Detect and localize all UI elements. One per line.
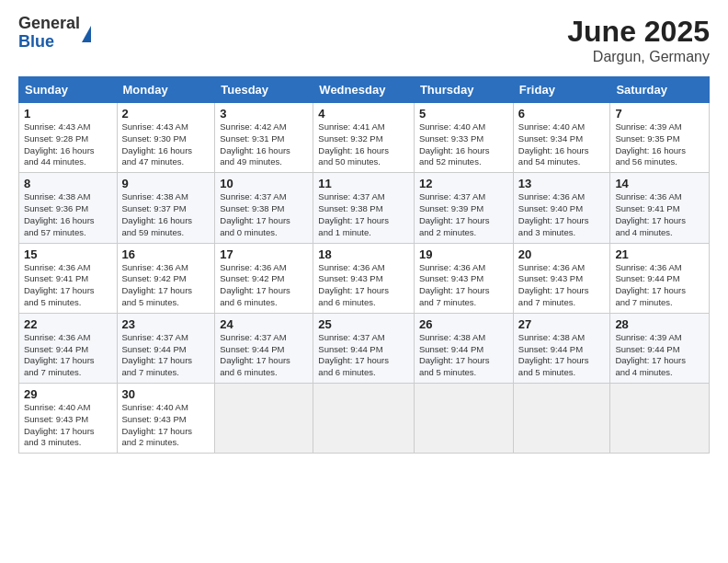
day-info: Sunrise: 4:37 AMSunset: 9:39 PMDaylight:… [419, 191, 508, 238]
table-row: 5Sunrise: 4:40 AMSunset: 9:33 PMDaylight… [414, 103, 513, 173]
table-row: 22Sunrise: 4:36 AMSunset: 9:44 PMDayligh… [19, 313, 118, 383]
calendar-week-row: 29Sunrise: 4:40 AMSunset: 9:43 PMDayligh… [19, 384, 710, 454]
day-number: 10 [220, 177, 308, 190]
table-row: 7Sunrise: 4:39 AMSunset: 9:35 PMDaylight… [610, 103, 710, 173]
day-number: 30 [122, 387, 210, 401]
day-number: 28 [615, 317, 704, 331]
day-number: 11 [318, 177, 409, 190]
col-tuesday: Tuesday [215, 77, 313, 103]
logo-triangle-icon [82, 26, 91, 42]
table-row: 28Sunrise: 4:39 AMSunset: 9:44 PMDayligh… [610, 313, 710, 383]
day-number: 22 [24, 317, 112, 331]
table-row: 16Sunrise: 4:36 AMSunset: 9:42 PMDayligh… [117, 243, 215, 313]
calendar-week-row: 8Sunrise: 4:38 AMSunset: 9:36 PMDaylight… [19, 173, 710, 243]
table-row: 20Sunrise: 4:36 AMSunset: 9:43 PMDayligh… [513, 243, 610, 313]
day-number: 19 [419, 247, 508, 261]
table-row: 14Sunrise: 4:36 AMSunset: 9:41 PMDayligh… [610, 173, 710, 243]
table-row: 30Sunrise: 4:40 AMSunset: 9:43 PMDayligh… [117, 384, 215, 454]
day-number: 4 [318, 107, 409, 121]
day-number: 14 [615, 177, 704, 190]
day-info: Sunrise: 4:36 AMSunset: 9:43 PMDaylight:… [518, 262, 606, 309]
day-info: Sunrise: 4:39 AMSunset: 9:35 PMDaylight:… [615, 121, 704, 168]
day-number: 26 [419, 317, 508, 331]
table-row [513, 384, 610, 454]
day-info: Sunrise: 4:36 AMSunset: 9:42 PMDaylight:… [220, 262, 308, 309]
header: General Blue June 2025 Dargun, Germany [18, 15, 710, 65]
table-row [313, 384, 415, 454]
day-info: Sunrise: 4:37 AMSunset: 9:44 PMDaylight:… [220, 332, 308, 379]
day-info: Sunrise: 4:36 AMSunset: 9:44 PMDaylight:… [615, 262, 704, 309]
day-info: Sunrise: 4:39 AMSunset: 9:44 PMDaylight:… [615, 332, 704, 379]
day-info: Sunrise: 4:36 AMSunset: 9:41 PMDaylight:… [24, 262, 112, 309]
day-number: 1 [24, 107, 112, 121]
table-row: 2Sunrise: 4:43 AMSunset: 9:30 PMDaylight… [117, 103, 215, 173]
day-info: Sunrise: 4:38 AMSunset: 9:36 PMDaylight:… [24, 191, 112, 238]
day-info: Sunrise: 4:43 AMSunset: 9:28 PMDaylight:… [24, 121, 112, 168]
day-number: 23 [122, 317, 210, 331]
day-number: 7 [615, 107, 704, 121]
day-info: Sunrise: 4:43 AMSunset: 9:30 PMDaylight:… [122, 121, 210, 168]
day-info: Sunrise: 4:37 AMSunset: 9:38 PMDaylight:… [318, 191, 409, 238]
table-row: 9Sunrise: 4:38 AMSunset: 9:37 PMDaylight… [117, 173, 215, 243]
table-row: 23Sunrise: 4:37 AMSunset: 9:44 PMDayligh… [117, 313, 215, 383]
day-number: 27 [518, 317, 606, 331]
day-info: Sunrise: 4:38 AMSunset: 9:44 PMDaylight:… [518, 332, 606, 379]
col-saturday: Saturday [610, 77, 710, 103]
table-row: 11Sunrise: 4:37 AMSunset: 9:38 PMDayligh… [313, 173, 415, 243]
day-info: Sunrise: 4:36 AMSunset: 9:43 PMDaylight:… [318, 262, 409, 309]
day-info: Sunrise: 4:36 AMSunset: 9:43 PMDaylight:… [419, 262, 508, 309]
table-row: 26Sunrise: 4:38 AMSunset: 9:44 PMDayligh… [414, 313, 513, 383]
table-row: 15Sunrise: 4:36 AMSunset: 9:41 PMDayligh… [19, 243, 118, 313]
col-wednesday: Wednesday [313, 77, 415, 103]
day-info: Sunrise: 4:37 AMSunset: 9:44 PMDaylight:… [122, 332, 210, 379]
day-number: 17 [220, 247, 308, 261]
table-row: 17Sunrise: 4:36 AMSunset: 9:42 PMDayligh… [215, 243, 313, 313]
calendar-body: 1Sunrise: 4:43 AMSunset: 9:28 PMDaylight… [19, 103, 710, 454]
table-row: 24Sunrise: 4:37 AMSunset: 9:44 PMDayligh… [215, 313, 313, 383]
day-info: Sunrise: 4:42 AMSunset: 9:31 PMDaylight:… [220, 121, 308, 168]
day-number: 24 [220, 317, 308, 331]
table-row: 6Sunrise: 4:40 AMSunset: 9:34 PMDaylight… [513, 103, 610, 173]
day-number: 2 [122, 107, 210, 121]
logo-general: General Blue [18, 15, 80, 52]
col-thursday: Thursday [414, 77, 513, 103]
table-row: 10Sunrise: 4:37 AMSunset: 9:38 PMDayligh… [215, 173, 313, 243]
day-number: 5 [419, 107, 508, 121]
day-number: 15 [24, 247, 112, 261]
table-row: 8Sunrise: 4:38 AMSunset: 9:36 PMDaylight… [19, 173, 118, 243]
table-row: 3Sunrise: 4:42 AMSunset: 9:31 PMDaylight… [215, 103, 313, 173]
day-number: 16 [122, 247, 210, 261]
day-number: 12 [419, 177, 508, 190]
table-row [610, 384, 710, 454]
logo-text-block: General Blue [18, 15, 91, 52]
day-info: Sunrise: 4:37 AMSunset: 9:44 PMDaylight:… [318, 332, 409, 379]
table-row: 21Sunrise: 4:36 AMSunset: 9:44 PMDayligh… [610, 243, 710, 313]
table-row: 12Sunrise: 4:37 AMSunset: 9:39 PMDayligh… [414, 173, 513, 243]
day-number: 8 [24, 177, 112, 190]
day-info: Sunrise: 4:38 AMSunset: 9:37 PMDaylight:… [122, 191, 210, 238]
logo: General Blue [18, 15, 91, 52]
calendar-header-row: Sunday Monday Tuesday Wednesday Thursday… [19, 77, 710, 103]
table-row [414, 384, 513, 454]
table-row: 29Sunrise: 4:40 AMSunset: 9:43 PMDayligh… [19, 384, 118, 454]
table-row: 27Sunrise: 4:38 AMSunset: 9:44 PMDayligh… [513, 313, 610, 383]
day-info: Sunrise: 4:36 AMSunset: 9:44 PMDaylight:… [24, 332, 112, 379]
title-block: June 2025 Dargun, Germany [567, 15, 710, 65]
day-number: 9 [122, 177, 210, 190]
table-row: 1Sunrise: 4:43 AMSunset: 9:28 PMDaylight… [19, 103, 118, 173]
day-info: Sunrise: 4:40 AMSunset: 9:43 PMDaylight:… [122, 402, 210, 449]
day-info: Sunrise: 4:36 AMSunset: 9:42 PMDaylight:… [122, 262, 210, 309]
col-friday: Friday [513, 77, 610, 103]
calendar-subtitle: Dargun, Germany [567, 49, 710, 65]
day-number: 20 [518, 247, 606, 261]
day-number: 18 [318, 247, 409, 261]
day-number: 29 [24, 387, 112, 401]
table-row: 19Sunrise: 4:36 AMSunset: 9:43 PMDayligh… [414, 243, 513, 313]
day-number: 25 [318, 317, 409, 331]
day-info: Sunrise: 4:36 AMSunset: 9:40 PMDaylight:… [518, 191, 606, 238]
col-sunday: Sunday [19, 77, 118, 103]
day-info: Sunrise: 4:40 AMSunset: 9:34 PMDaylight:… [518, 121, 606, 168]
day-info: Sunrise: 4:41 AMSunset: 9:32 PMDaylight:… [318, 121, 409, 168]
calendar-title: June 2025 [567, 15, 710, 49]
page: General Blue June 2025 Dargun, Germany S… [0, 0, 728, 563]
